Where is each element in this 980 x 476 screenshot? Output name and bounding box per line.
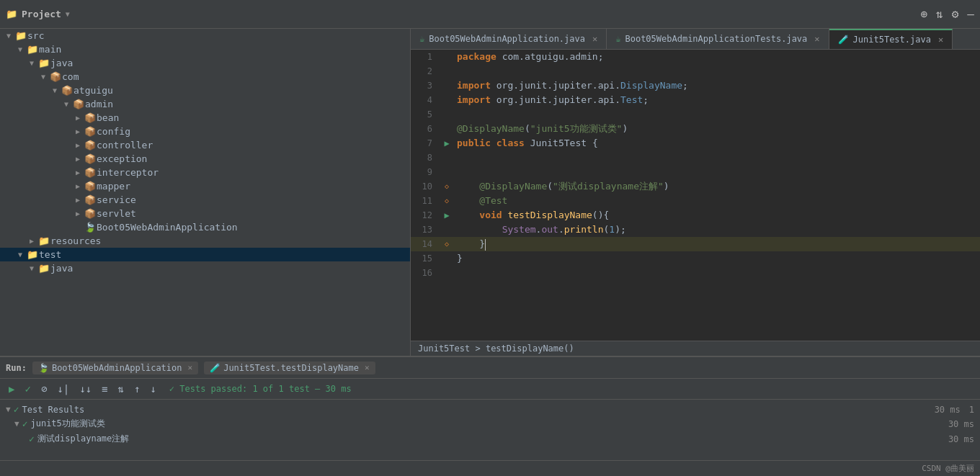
sidebar-item-java2[interactable]: ▼ 📁 java	[0, 261, 410, 275]
run-label: Run:	[6, 363, 27, 373]
result-check-method: ✓	[29, 434, 35, 444]
sidebar-item-com[interactable]: ▼ 📦 com	[0, 70, 410, 84]
sidebar-item-boot-app[interactable]: 🍃 Boot05WebAdminApplication	[0, 220, 410, 234]
sidebar-item-mapper[interactable]: ▶ 📦 mapper	[0, 179, 410, 193]
run-tab-junit5[interactable]: 🧪 Junit5Test.testDisplayName ✕	[204, 362, 375, 374]
sidebar-item-java[interactable]: ▼ 📁 java	[0, 56, 410, 70]
label-config: config	[97, 126, 130, 137]
gutter-7[interactable]: ▶	[440, 136, 454, 151]
line-content-1[interactable]: package com.atguigu.admin;	[454, 50, 980, 64]
gear-icon[interactable]: ⊕	[920, 7, 927, 21]
result-label-test-results: Test Results	[22, 405, 84, 415]
result-row-class[interactable]: ▼ ✓ junit5功能测试类 30 ms	[0, 416, 980, 431]
run-up-button[interactable]: ↑	[131, 382, 143, 396]
sidebar-item-test[interactable]: ▼ 📁 test	[0, 248, 410, 261]
line-content-10[interactable]: @DisplayName("测试displayname注解")	[454, 179, 980, 194]
line-content-12[interactable]: void testDisplayName(){	[454, 208, 980, 223]
run-check-button[interactable]: ✓	[22, 382, 33, 396]
line-content-13[interactable]: System.out.println(1);	[454, 223, 980, 237]
sidebar-item-resources[interactable]: ▶ 📁 resources	[0, 234, 410, 248]
folder-icon-main: 📁	[26, 44, 39, 55]
sidebar-item-controller[interactable]: ▶ 📦 controller	[0, 138, 410, 152]
result-row-test-results[interactable]: ▼ ✓ Test Results 30 ms 1	[0, 403, 980, 416]
line-content-3[interactable]: import org.junit.jupiter.api.DisplayName…	[454, 78, 980, 93]
sidebar: ▼ 📁 src ▼ 📁 main ▼ 📁 java ▼ 📦 com ▼ 📦 at…	[0, 29, 411, 356]
settings-icon[interactable]: ⚙	[952, 7, 959, 21]
line-content-4[interactable]: import org.junit.jupiter.api.Test;	[454, 93, 980, 107]
code-line-3: 3 import org.junit.jupiter.api.DisplayNa…	[411, 78, 980, 93]
status-right: CSDN @曲美丽	[922, 463, 974, 474]
run-tab-icon-boot-app: 🍃	[38, 363, 49, 373]
run-rerun-button[interactable]: ↓|	[54, 382, 72, 396]
run-play-button[interactable]: ▶	[6, 382, 17, 396]
run-stop-button[interactable]: ⊘	[38, 382, 50, 396]
sidebar-item-src[interactable]: ▼ 📁 src	[0, 29, 410, 42]
line-num-6: 6	[411, 122, 440, 136]
java-icon-boot-app: 🍃	[84, 222, 97, 233]
package-icon-controller: 📦	[84, 140, 97, 151]
tab-boot-tests[interactable]: ☕ Boot05WebAdminApplicationTests.java ✕	[607, 29, 829, 49]
package-icon-bean: 📦	[84, 112, 97, 123]
line-num-7: 7	[411, 136, 440, 151]
line-num-3: 3	[411, 78, 440, 93]
sidebar-item-atguigu[interactable]: ▼ 📦 atguigu	[0, 84, 410, 97]
run-align-button[interactable]: ≡	[99, 382, 110, 396]
run-tab-close-junit5[interactable]: ✕	[365, 363, 370, 372]
tab-close-boot-app[interactable]: ✕	[592, 34, 597, 44]
sidebar-item-admin[interactable]: ▼ 📦 admin	[0, 97, 410, 111]
tab-boot-app[interactable]: ☕ Boot05WebAdminApplication.java ✕	[411, 29, 607, 49]
package-icon-interceptor: 📦	[84, 167, 97, 178]
run-filter-button[interactable]: ⇅	[115, 382, 126, 396]
tab-label-boot-app: Boot05WebAdminApplication.java	[429, 34, 585, 44]
run-down-button[interactable]: ↓	[147, 382, 159, 396]
sidebar-item-bean[interactable]: ▶ 📦 bean	[0, 111, 410, 125]
arrow-exception: ▶	[72, 155, 84, 163]
line-content-11[interactable]: @Test	[454, 194, 980, 208]
tab-bar: ☕ Boot05WebAdminApplication.java ✕ ☕ Boo…	[411, 29, 980, 50]
label-java2: java	[50, 263, 73, 274]
line-content-6[interactable]: @DisplayName("junit5功能测试类")	[454, 122, 980, 136]
run-toolbar: ▶ ✓ ⊘ ↓| ↓↓ ≡ ⇅ ↑ ↓ ✓ Tests passed: 1 of…	[0, 379, 980, 400]
arrow-java: ▼	[26, 59, 37, 67]
label-boot-app: Boot05WebAdminApplication	[97, 222, 238, 233]
sidebar-item-exception[interactable]: ▶ 📦 exception	[0, 152, 410, 166]
tab-icon-boot-tests: ☕	[615, 34, 620, 44]
sidebar-item-main[interactable]: ▼ 📁 main	[0, 42, 410, 56]
line-num-5: 5	[411, 107, 440, 122]
label-atguigu: atguigu	[74, 85, 113, 96]
run-tab-label-junit5: Junit5Test.testDisplayName	[223, 363, 359, 373]
sidebar-item-servlet[interactable]: ▶ 📦 servlet	[0, 207, 410, 220]
package-icon-mapper: 📦	[84, 181, 97, 192]
arrow-servlet: ▶	[72, 210, 84, 217]
line-content-15[interactable]: }	[454, 251, 980, 266]
line-content-14[interactable]: }	[454, 237, 980, 251]
tab-close-boot-tests[interactable]: ✕	[814, 34, 819, 44]
label-bean: bean	[97, 112, 119, 123]
result-row-method[interactable]: ✓ 测试displayname注解 30 ms	[0, 431, 980, 446]
code-line-5: 5	[411, 107, 980, 122]
label-resources: resources	[50, 235, 101, 246]
tab-junit5[interactable]: 🧪 Junit5Test.java ✕	[829, 29, 953, 49]
sidebar-item-service[interactable]: ▶ 📦 service	[0, 193, 410, 207]
line-num-12: 12	[411, 208, 440, 223]
title-dropdown-icon[interactable]: ▼	[66, 10, 70, 18]
tab-close-junit5[interactable]: ✕	[938, 35, 943, 45]
minimize-icon[interactable]: —	[967, 7, 974, 21]
run-rerun-failed-button[interactable]: ↓↓	[76, 382, 94, 396]
project-folder-icon: 📁	[6, 9, 17, 19]
editor-area: ☕ Boot05WebAdminApplication.java ✕ ☕ Boo…	[411, 29, 980, 356]
run-tab-boot-app[interactable]: 🍃 Boot05WebAdminApplication ✕	[32, 362, 198, 374]
run-tab-close-boot-app[interactable]: ✕	[188, 363, 193, 372]
sidebar-item-interceptor[interactable]: ▶ 📦 interceptor	[0, 166, 410, 179]
test-passed-text: Tests passed: 1 of 1 test – 30 ms	[179, 384, 351, 394]
label-admin: admin	[85, 99, 113, 109]
line-content-7[interactable]: public class Junit5Test {	[454, 136, 980, 151]
arrow-bean: ▶	[72, 114, 84, 122]
gutter-12[interactable]: ▶	[440, 208, 454, 223]
sidebar-item-config[interactable]: ▶ 📦 config	[0, 125, 410, 138]
result-label-method: 测试displayname注解	[37, 433, 129, 445]
tab-icon-boot-app: ☕	[419, 34, 424, 44]
code-line-2: 2	[411, 64, 980, 78]
sort-icon[interactable]: ⇅	[936, 7, 943, 21]
tab-label-junit5: Junit5Test.java	[853, 35, 931, 45]
